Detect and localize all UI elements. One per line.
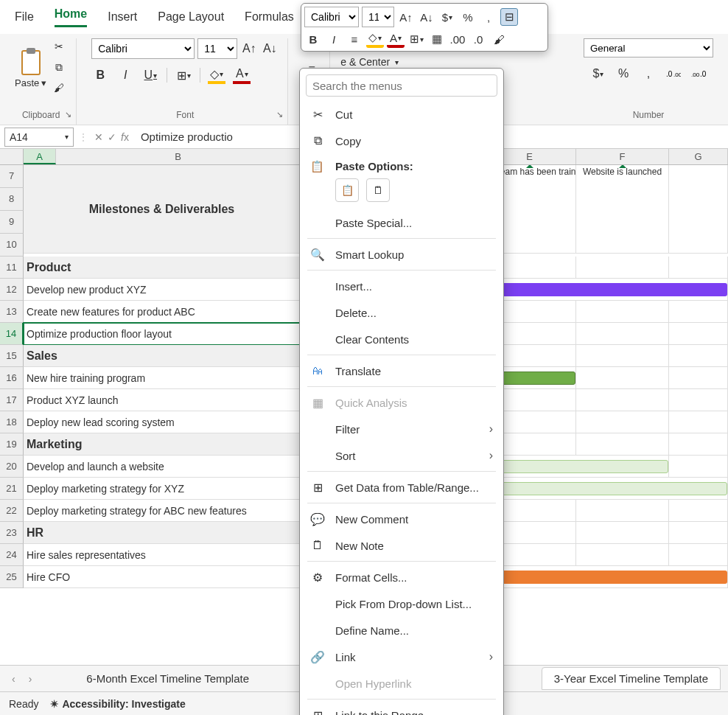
- paste-button[interactable]: Paste ▾: [15, 46, 46, 88]
- cell[interactable]: Hire CFO: [24, 566, 301, 588]
- tab-insert[interactable]: Insert: [108, 10, 137, 24]
- fx-icon[interactable]: fx: [121, 131, 129, 143]
- cell[interactable]: Product: [24, 257, 301, 279]
- tab-file[interactable]: File: [15, 10, 34, 24]
- menu-paste-special[interactable]: Paste Special...: [300, 209, 503, 236]
- cell[interactable]: New hire training program: [24, 367, 301, 389]
- cell-selected[interactable]: Optimize production floor layout: [24, 323, 301, 345]
- cell[interactable]: [576, 411, 669, 433]
- mini-comma-icon[interactable]: ,: [480, 8, 497, 26]
- mini-align-icon[interactable]: ≡: [346, 30, 363, 48]
- menu-new-comment[interactable]: 💬New Comment: [300, 506, 503, 532]
- row-header[interactable]: 7: [0, 165, 24, 188]
- cell[interactable]: [669, 433, 728, 456]
- menu-insert[interactable]: Insert...: [300, 273, 503, 299]
- row-header[interactable]: 20: [0, 456, 24, 478]
- sheet-nav-next[interactable]: ›: [24, 673, 37, 685]
- name-box[interactable]: A14▾: [4, 128, 74, 147]
- col-header-F[interactable]: F: [576, 149, 669, 164]
- cell[interactable]: [669, 411, 728, 433]
- fill-color-button[interactable]: ◇▾: [208, 66, 225, 84]
- cell[interactable]: [669, 345, 728, 367]
- cell[interactable]: [576, 522, 669, 544]
- mini-cond-format-icon[interactable]: ▦: [428, 30, 446, 48]
- decrease-decimal-icon[interactable]: .00.0: [690, 65, 707, 83]
- cell[interactable]: [669, 522, 728, 544]
- mini-font-select[interactable]: Calibri: [304, 7, 359, 27]
- col-header-B[interactable]: B: [56, 149, 301, 164]
- format-painter-icon[interactable]: 🖌: [51, 80, 67, 96]
- font-size-select[interactable]: 11: [197, 38, 237, 59]
- italic-button[interactable]: I: [116, 66, 134, 84]
- row-header[interactable]: 18: [0, 411, 24, 433]
- cell[interactable]: [669, 456, 728, 478]
- accessibility-button[interactable]: ✴Accessibility: Investigate: [50, 698, 185, 710]
- row-header[interactable]: 13: [0, 301, 24, 323]
- cell[interactable]: [576, 301, 669, 323]
- menu-delete[interactable]: Delete...: [300, 299, 503, 326]
- cell[interactable]: Marketing: [24, 433, 301, 456]
- menu-clear-contents[interactable]: Clear Contents: [300, 326, 503, 352]
- font-color-button[interactable]: A▾: [233, 66, 251, 84]
- increase-decimal-icon[interactable]: .0.00: [665, 65, 682, 83]
- mini-merge-icon[interactable]: ⊟: [500, 8, 518, 26]
- sheet-tab[interactable]: 3-Year Excel Timeline Template: [542, 667, 721, 690]
- cell[interactable]: [669, 367, 728, 389]
- mini-font-color-icon[interactable]: A▾: [387, 30, 405, 48]
- col-header-A[interactable]: A: [24, 149, 56, 164]
- sheet-nav-prev[interactable]: ‹: [7, 673, 20, 685]
- mini-size-select[interactable]: 11: [362, 7, 394, 27]
- mini-inc-decimal-icon[interactable]: .00: [449, 30, 466, 48]
- cell-title[interactable]: Milestones & Deliverables: [24, 165, 301, 254]
- row-header[interactable]: 21: [0, 478, 24, 500]
- cell[interactable]: [576, 345, 669, 367]
- mini-dec-decimal-icon[interactable]: .0: [469, 30, 487, 48]
- menu-sort[interactable]: Sort›: [300, 442, 503, 469]
- number-format-select[interactable]: General: [584, 38, 713, 57]
- paste-option-keep[interactable]: 📋: [335, 178, 359, 202]
- cell[interactable]: [576, 433, 669, 456]
- cell[interactable]: Deploy marketing strategy for XYZ: [24, 478, 301, 500]
- tab-home[interactable]: Home: [55, 7, 87, 27]
- cell[interactable]: [576, 389, 669, 411]
- cell[interactable]: Develop and launch a website: [24, 456, 301, 478]
- paste-option-match[interactable]: 🗒: [366, 178, 390, 202]
- clipboard-launcher[interactable]: ↘: [65, 110, 71, 119]
- mini-italic-button[interactable]: I: [325, 30, 343, 48]
- mini-percent-icon[interactable]: %: [459, 8, 477, 26]
- menu-pick-dropdown[interactable]: Pick From Drop-down List...: [300, 590, 503, 617]
- menu-filter[interactable]: Filter›: [300, 416, 503, 442]
- select-all-corner[interactable]: [0, 149, 24, 164]
- menu-format-cells[interactable]: ⚙Format Cells...: [300, 564, 503, 590]
- percent-button[interactable]: %: [615, 65, 632, 83]
- row-header[interactable]: 11: [0, 257, 24, 279]
- mini-decrease-font-icon[interactable]: A↓: [418, 8, 435, 26]
- borders-button[interactable]: ⊞▾: [175, 66, 192, 84]
- cell[interactable]: [576, 257, 669, 279]
- cell[interactable]: Develop new product XYZ: [24, 279, 301, 301]
- row-header[interactable]: 24: [0, 544, 24, 566]
- row-header[interactable]: 14: [0, 323, 24, 345]
- comma-button[interactable]: ,: [640, 65, 657, 83]
- mini-bold-button[interactable]: B: [304, 30, 322, 48]
- menu-translate[interactable]: 🗛Translate: [300, 358, 503, 384]
- mini-borders-icon[interactable]: ⊞▾: [407, 30, 425, 48]
- menu-link[interactable]: 🔗Link›: [300, 644, 503, 670]
- col-header-G[interactable]: G: [669, 149, 728, 164]
- cancel-formula-icon[interactable]: ✕: [94, 131, 103, 143]
- cell[interactable]: Deploy new lead scoring system: [24, 411, 301, 433]
- enter-formula-icon[interactable]: ✓: [108, 131, 116, 143]
- row-header[interactable]: 22: [0, 500, 24, 522]
- sheet-tab[interactable]: 6-Month Excel Timeline Template: [74, 668, 261, 689]
- menu-search-input[interactable]: [306, 74, 497, 97]
- tab-pagelayout[interactable]: Page Layout: [158, 10, 224, 24]
- cell[interactable]: [669, 301, 728, 323]
- cell[interactable]: Product XYZ launch: [24, 389, 301, 411]
- row-header[interactable]: 19: [0, 433, 24, 456]
- row-header[interactable]: 12: [0, 279, 24, 301]
- mini-increase-font-icon[interactable]: A↑: [397, 8, 415, 26]
- cell[interactable]: [669, 544, 728, 566]
- menu-copy[interactable]: ⧉Copy: [300, 128, 503, 154]
- row-header[interactable]: 8: [0, 188, 24, 211]
- row-header[interactable]: 15: [0, 345, 24, 367]
